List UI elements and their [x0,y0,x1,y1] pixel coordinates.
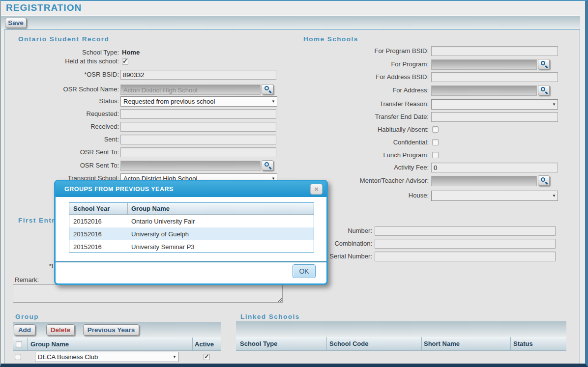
search-icon [265,86,269,90]
save-button[interactable]: Save [5,18,27,28]
remark-label: Remark: [15,275,42,285]
for-address-label: For Address: [306,85,429,95]
group-row-checkbox[interactable] [15,354,21,360]
dialog-header: GROUPS FROM PREVIOUS YEARS × [56,181,326,197]
dialog-table-row[interactable]: 20152016 University Seminar P3 [69,240,314,253]
activity-fee-input[interactable] [431,163,558,172]
school-year-column-header: School Year [69,203,127,214]
group-active-column-header: Active [195,338,214,350]
column-divider [326,337,327,350]
held-at-school-checkbox[interactable] [122,58,128,65]
osr-school-name-label: OSR School Name: [2,85,119,94]
received-label: Received: [2,122,119,132]
chevron-down-icon: ▼ [271,99,275,104]
dialog-title: GROUPS FROM PREVIOUS YEARS [64,181,174,197]
chevron-down-icon: ▼ [552,102,556,107]
transfer-reason-select[interactable]: ▼ [431,99,558,110]
group-table-header: Group Name Active [13,338,221,351]
column-divider [127,203,128,214]
group-name-column-header: Group Name [127,203,314,214]
linked-schools-section-title: Linked Schools [240,313,300,320]
habitually-absent-label: Habitually Absent: [306,125,429,135]
house-select[interactable]: ▼ [431,191,558,201]
search-icon [541,61,545,65]
status-select-value: Requested from previous school [123,98,215,105]
group-add-button[interactable]: Add [14,324,35,336]
for-program-bsid-label: For Program BSID: [306,46,429,56]
for-program-bsid-input[interactable] [431,46,558,56]
chevron-down-icon: ▼ [552,194,556,198]
column-divider [192,338,193,350]
dialog-table-row[interactable]: 20152016 University of Guelph [69,227,314,240]
activity-fee-label: Activity Fee: [306,163,429,172]
school-year-cell: 20152016 [69,215,127,227]
for-address-field [431,85,537,96]
transfer-end-date-input[interactable] [431,112,558,122]
ok-button[interactable]: OK [293,264,316,278]
transfer-end-date-label: Transfer End Date: [306,112,429,122]
mentor-advisor-field [431,176,537,186]
for-program-field [431,59,537,70]
school-type-column-header: School Type [240,337,277,350]
registration-page: REGISTRATION Save Ontario Student Record… [0,0,588,367]
mentor-advisor-search-button[interactable] [538,175,550,186]
for-address-search-button[interactable] [538,85,550,95]
status-select[interactable]: Requested from previous school ▼ [120,96,277,107]
lunch-program-checkbox[interactable] [432,152,439,158]
school-type-label: School Type: [2,48,119,57]
lunch-program-label: Lunch Program: [306,150,429,160]
remark-textarea[interactable] [13,284,283,303]
column-divider [27,338,28,350]
group-previous-years-button[interactable]: Previous Years [83,324,139,336]
group-name-select[interactable]: DECA Business Club ▼ [35,352,178,362]
sent-label: Sent: [2,135,119,144]
transfer-reason-label: Transfer Reason: [306,99,429,109]
confidential-checkbox[interactable] [432,139,439,145]
column-divider [510,337,511,350]
groups-from-previous-years-dialog: GROUPS FROM PREVIOUS YEARS × School Year… [54,180,328,285]
search-icon [265,162,269,167]
school-year-cell: 20152016 [69,227,127,240]
osr-sent-to-search-button[interactable] [262,160,273,170]
group-name-cell: University of Guelph [127,227,314,240]
osr-school-name-search-button[interactable] [262,84,273,94]
osr-sent-to-input[interactable] [120,147,276,157]
sent-input[interactable] [120,135,276,144]
first-entry-section-title: First Entry [18,217,59,224]
group-active-checkbox[interactable] [204,354,210,360]
group-select-all-checkbox[interactable] [16,341,22,347]
linked-schools-table-header: School Type School Code Short Name Statu… [236,337,566,351]
osr-sent-to2-label: OSR Sent To: [2,161,119,170]
page-title: REGISTRATION [6,2,82,13]
for-program-label: For Program: [306,59,429,69]
osr-sent-to2-field [120,161,261,171]
group-name-cell: University Seminar P3 [127,240,314,253]
group-name-column-header: Group Name [30,338,69,350]
requested-input[interactable] [120,109,276,119]
dialog-footer-divider [56,261,326,262]
short-name-column-header: Short Name [424,337,460,350]
osr-sent-to-label: OSR Sent To: [2,147,119,157]
habitually-absent-checkbox[interactable] [432,126,439,133]
for-address-bsid-input[interactable] [431,72,558,82]
chevron-down-icon: ▼ [173,355,176,359]
locker-serial-input[interactable] [375,252,556,261]
requested-label: Requested: [2,109,119,119]
column-divider [421,337,422,350]
locker-combination-input[interactable] [375,239,556,249]
linked-schools-toolbar [236,321,566,337]
truncated-language-label: *L [35,261,55,271]
received-input[interactable] [120,122,276,132]
osr-bsid-input[interactable] [120,70,276,80]
group-name-select-value: DECA Business Club [38,353,98,361]
dialog-groups-table: School Year Group Name 20152016 Ontario … [69,202,314,253]
group-delete-button[interactable]: Delete [46,324,75,336]
close-icon[interactable]: × [310,184,323,195]
for-program-search-button[interactable] [538,59,550,69]
dialog-table-row[interactable]: 20152016 Ontario University Fair [69,215,314,227]
group-section-title: Group [15,313,39,320]
school-code-column-header: School Code [329,337,368,350]
osr-section-title: Ontario Student Record [18,35,109,43]
locker-number-input[interactable] [375,226,556,236]
search-icon [541,87,545,91]
